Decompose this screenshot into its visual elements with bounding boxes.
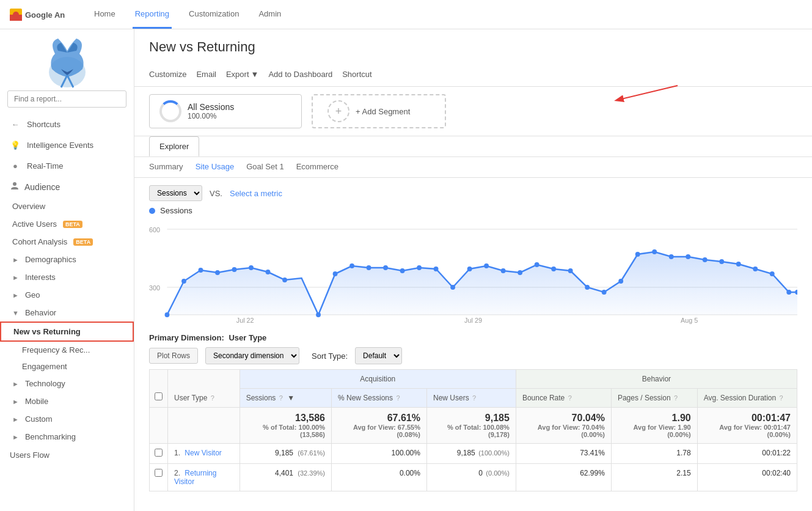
bounce-rate-help-icon[interactable]: ? — [568, 394, 572, 402]
metric-select[interactable]: Sessions — [149, 185, 202, 201]
export-dropdown[interactable]: Export ▼ — [226, 70, 258, 79]
svg-point-28 — [383, 265, 388, 270]
sub-tab-goal-set-1[interactable]: Goal Set 1 — [246, 162, 283, 172]
pages-per-session-header-label: Pages / Session — [618, 394, 671, 402]
segment-info: All Sessions 100.00% — [188, 102, 234, 120]
realtime-label: Real-Time — [27, 161, 63, 171]
sidebar-item-users-flow[interactable]: Users Flow — [0, 446, 134, 465]
nav-admin[interactable]: Admin — [256, 1, 283, 29]
svg-point-47 — [703, 257, 708, 262]
sub-tab-ecommerce[interactable]: Ecommerce — [296, 162, 338, 172]
sidebar-item-frequency[interactable]: Frequency & Rec... — [0, 342, 134, 358]
tab-explorer[interactable]: Explorer — [149, 136, 199, 156]
svg-point-19 — [215, 270, 220, 275]
svg-point-31 — [434, 267, 439, 271]
sidebar-item-custom[interactable]: ► Custom — [0, 410, 134, 428]
svg-point-21 — [249, 265, 254, 270]
behavior-label: Behavior — [25, 308, 56, 317]
row2-checkbox[interactable] — [155, 469, 163, 477]
sidebar-item-shortcuts[interactable]: ← Shortcuts — [0, 114, 134, 134]
all-sessions-segment[interactable]: All Sessions 100.00% — [149, 94, 302, 128]
row1-checkbox[interactable] — [155, 449, 163, 457]
svg-point-35 — [501, 268, 506, 273]
brand-avatar-icon — [43, 35, 92, 90]
bounce-rate-header-label: Bounce Rate — [522, 394, 565, 402]
sidebar-item-engagement[interactable]: Engagement — [0, 358, 134, 375]
email-button[interactable]: Email — [196, 67, 216, 81]
pct-new-sessions-help-icon[interactable]: ? — [396, 394, 400, 402]
sidebar-item-benchmarking[interactable]: ► Benchmarking — [0, 428, 134, 446]
svg-point-20 — [232, 267, 237, 272]
sessions-help-icon[interactable]: ? — [279, 394, 283, 402]
mobile-label: Mobile — [25, 397, 48, 406]
nav-reporting[interactable]: Reporting — [133, 1, 172, 29]
row2-sessions-value: 4,401 — [275, 469, 293, 477]
new-users-header-label: New Users — [433, 394, 469, 402]
svg-point-38 — [551, 267, 556, 271]
sub-tab-summary[interactable]: Summary — [149, 162, 183, 172]
sidebar-item-overview[interactable]: Overview — [0, 197, 134, 215]
acquisition-group-header: Acquisition — [240, 370, 516, 389]
search-input[interactable] — [7, 90, 126, 108]
sidebar-item-behavior[interactable]: ▼ Behavior — [0, 304, 134, 322]
plot-rows-button[interactable]: Plot Rows — [149, 348, 198, 364]
user-type-header: User Type ? — [168, 370, 240, 408]
sort-type-label: Sort Type: — [312, 351, 348, 361]
demographics-label: Demographics — [25, 255, 76, 264]
sidebar-item-technology[interactable]: ► Technology — [0, 375, 134, 392]
user-type-help-icon[interactable]: ? — [211, 394, 214, 402]
svg-point-39 — [568, 268, 573, 273]
totals-checkbox-cell — [150, 408, 168, 444]
pages-per-session-help-icon[interactable]: ? — [674, 394, 678, 402]
new-users-help-icon[interactable]: ? — [472, 394, 476, 402]
sidebar-item-active-users[interactable]: Active Users BETA — [0, 215, 134, 233]
data-table: User Type ? Acquisition Behavior Session… — [149, 369, 797, 491]
svg-point-2 — [13, 12, 19, 18]
customize-button[interactable]: Customize — [149, 67, 186, 81]
cohort-analysis-label: Cohort Analysis — [12, 237, 67, 246]
select-metric-link[interactable]: Select a metric — [230, 189, 282, 198]
primary-dimension-value: User Type — [229, 333, 266, 342]
row2-pages-per-session: 2.15 — [611, 464, 697, 491]
row2-bounce-rate: 62.99% — [516, 464, 611, 491]
returning-visitor-link[interactable]: Returning Visitor — [174, 469, 216, 486]
sidebar-item-new-vs-returning[interactable]: New vs Returning — [0, 322, 134, 342]
add-segment-button[interactable]: + + Add Segment — [312, 94, 446, 128]
sub-tabs: Summary Site Usage Goal Set 1 Ecommerce — [134, 157, 812, 178]
page-title: New vs Returning — [149, 39, 797, 55]
sidebar-item-intelligence[interactable]: 💡 Intelligence Events — [0, 134, 134, 155]
sort-type-select[interactable]: Default — [355, 347, 402, 364]
add-to-dashboard-button[interactable]: Add to Dashboard — [268, 67, 332, 81]
nav-home[interactable]: Home — [92, 1, 118, 29]
svg-text:Aug 5: Aug 5 — [681, 317, 698, 324]
select-all-checkbox[interactable] — [155, 392, 163, 400]
sidebar-item-cohort-analysis[interactable]: Cohort Analysis BETA — [0, 233, 134, 251]
shortcut-button[interactable]: Shortcut — [342, 67, 371, 81]
sidebar-item-demographics[interactable]: ► Demographics — [0, 251, 134, 268]
select-all-header — [150, 370, 168, 408]
nav-customization[interactable]: Customization — [186, 1, 241, 29]
svg-point-30 — [417, 265, 422, 270]
technology-arrow-icon: ► — [12, 380, 19, 388]
bounce-rate-col-header: Bounce Rate ? — [516, 389, 611, 408]
audience-label: Audience — [24, 182, 60, 192]
sidebar-item-interests[interactable]: ► Interests — [0, 268, 134, 286]
avg-session-duration-help-icon[interactable]: ? — [780, 394, 783, 402]
svg-point-37 — [535, 262, 540, 267]
new-visitor-link[interactable]: New Visitor — [185, 449, 221, 457]
sidebar-item-realtime[interactable]: ● Real-Time — [0, 155, 134, 176]
row1-checkbox-cell[interactable] — [150, 444, 168, 464]
demographics-arrow-icon: ► — [12, 256, 19, 263]
sub-tab-site-usage[interactable]: Site Usage — [196, 162, 235, 172]
sidebar-item-geo[interactable]: ► Geo — [0, 286, 134, 304]
row2-avg-session-duration: 00:02:40 — [697, 464, 797, 491]
secondary-dimension-select[interactable]: Secondary dimension — [205, 347, 299, 364]
total-pct-new-sessions: 67.61% Avg for View: 67.55% (0.08%) — [331, 408, 426, 444]
technology-label: Technology — [25, 379, 65, 388]
total-sessions-sub: % of Total: 100.00% (13,586) — [246, 424, 325, 438]
sidebar-item-audience[interactable]: Audience — [0, 176, 134, 197]
sessions-sort-icon[interactable]: ▼ — [287, 394, 294, 402]
export-chevron-icon: ▼ — [251, 70, 259, 79]
row2-checkbox-cell[interactable] — [150, 464, 168, 491]
sidebar-item-mobile[interactable]: ► Mobile — [0, 392, 134, 410]
